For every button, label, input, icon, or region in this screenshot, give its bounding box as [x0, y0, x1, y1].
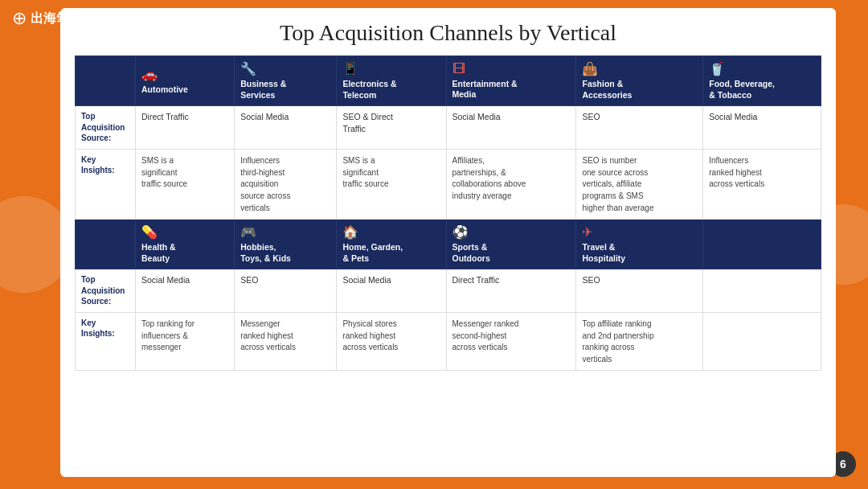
col-electronics: 📱 Electronics &Telecom — [337, 56, 446, 106]
food-acquisition: Social Media — [703, 106, 821, 150]
auto-insight: SMS is asignificanttraffic source — [136, 149, 235, 219]
health-insight: Top ranking forinfluencers &messenger — [136, 312, 235, 370]
fash-insight: SEO is numberone source acrossverticals,… — [576, 149, 703, 219]
travel-insight: Top affiliate rankingand 2nd partnership… — [576, 312, 703, 370]
health-label: Health &Beauty — [141, 242, 176, 263]
elec-insight: SMS is asignificanttraffic source — [337, 149, 446, 219]
s2-acquisition-row: TopAcquisitionSource: Social Media SEO S… — [76, 269, 821, 313]
col-automotive: 🚗 Automotive — [136, 56, 235, 106]
empty-insight — [703, 312, 821, 370]
business-label: Business &Services — [240, 79, 286, 100]
health-acquisition: Social Media — [136, 269, 235, 313]
electronics-icon: 📱 — [342, 61, 440, 76]
col-health: 💊 Health &Beauty — [136, 220, 235, 269]
col-travel: ✈ Travel &Hospitality — [576, 220, 703, 269]
sports-acquisition: Direct Traffic — [446, 269, 576, 313]
home-acquisition: Social Media — [337, 269, 446, 313]
acquisition-label: TopAcquisitionSource: — [76, 106, 136, 150]
col-entertainment: 🎞 Entertainment &Media — [446, 56, 576, 106]
travel-icon: ✈ — [582, 224, 697, 240]
main-content: Top Acquisition Channels by Vertical 🚗 A… — [60, 8, 836, 477]
home-label: Home, Garden,& Pets — [342, 242, 403, 263]
fash-acquisition: SEO — [576, 106, 703, 150]
col-food: 🥤 Food, Beverage,& Tobacco — [703, 56, 821, 106]
section2-header-row: 💊 Health &Beauty 🎮 Hobbies,Toys, & Kids … — [76, 220, 821, 269]
food-insight: Influencersranked highestacross vertical… — [703, 149, 821, 219]
sports-icon: ⚽ — [452, 224, 571, 240]
col-sports: ⚽ Sports &Outdoors — [446, 220, 576, 269]
s2-insights-row: KeyInsights: Top ranking forinfluencers … — [76, 312, 821, 370]
insights-label-s2: KeyInsights: — [76, 312, 136, 370]
empty-header — [703, 220, 821, 269]
biz-insight: Influencersthird-highestacquisitionsourc… — [235, 149, 337, 219]
col-business: 🔧 Business &Services — [235, 56, 337, 106]
electronics-label: Electronics &Telecom — [342, 79, 396, 100]
s1-acquisition-row: TopAcquisitionSource: Direct Traffic Soc… — [76, 106, 821, 150]
col-home: 🏠 Home, Garden,& Pets — [337, 220, 446, 269]
hobbies-acquisition: SEO — [235, 269, 337, 313]
s1-insights-row: KeyInsights: SMS is asignificanttraffic … — [76, 149, 821, 219]
travel-label: Travel &Hospitality — [582, 242, 625, 263]
channels-table: 🚗 Automotive 🔧 Business &Services 📱 Elec… — [75, 55, 821, 371]
food-label: Food, Beverage,& Tobacco — [709, 79, 775, 100]
health-icon: 💊 — [141, 224, 228, 240]
auto-acquisition: Direct Traffic — [136, 106, 235, 150]
ent-acquisition: Social Media — [446, 106, 576, 150]
page-title: Top Acquisition Channels by Vertical — [75, 20, 821, 46]
entertainment-label: Entertainment &Media — [452, 79, 518, 100]
automotive-icon: 🚗 — [141, 67, 228, 82]
hobbies-icon: 🎮 — [240, 224, 330, 240]
fashion-icon: 👜 — [582, 61, 697, 76]
travel-acquisition: SEO — [576, 269, 703, 313]
empty-acquisition — [703, 269, 821, 313]
home-icon: 🏠 — [342, 224, 440, 240]
col-fashion: 👜 Fashion &Accessories — [576, 56, 703, 106]
home-insight: Physical storesranked highestacross vert… — [337, 312, 446, 370]
business-icon: 🔧 — [240, 61, 330, 76]
elec-acquisition: SEO & DirectTraffic — [337, 106, 446, 150]
insights-label-s1: KeyInsights: — [76, 149, 136, 219]
sports-label: Sports &Outdoors — [452, 242, 490, 263]
acquisition-label-s2: TopAcquisitionSource: — [76, 269, 136, 313]
logo-icon: ⊕ — [12, 8, 27, 29]
hobbies-label: Hobbies,Toys, & Kids — [240, 242, 291, 263]
sports-insight: Messenger rankedsecond-highestacross ver… — [446, 312, 576, 370]
automotive-label: Automotive — [141, 84, 188, 94]
col-hobbies: 🎮 Hobbies,Toys, & Kids — [235, 220, 337, 269]
hobbies-insight: Messengerranked highestacross verticals — [235, 312, 337, 370]
biz-acquisition: Social Media — [235, 106, 337, 150]
entertainment-icon: 🎞 — [452, 62, 571, 76]
fashion-label: Fashion &Accessories — [582, 79, 632, 100]
section1-header-row: 🚗 Automotive 🔧 Business &Services 📱 Elec… — [76, 56, 821, 106]
ent-insight: Affiliates,partnerships, &collaborations… — [446, 149, 576, 219]
food-icon: 🥤 — [709, 61, 815, 76]
